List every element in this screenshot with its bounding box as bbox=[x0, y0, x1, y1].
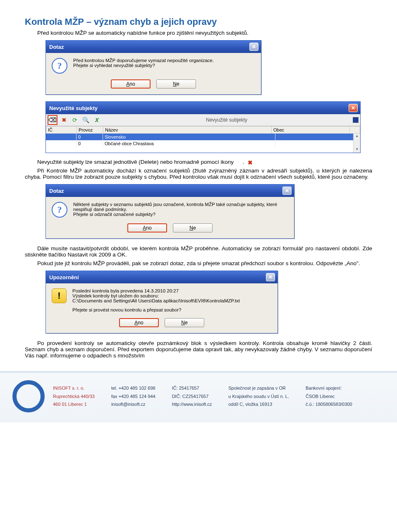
company-logo-icon bbox=[12, 380, 45, 412]
footer-ic: IČ: 25417657 bbox=[172, 384, 212, 393]
close-icon[interactable]: ✕ bbox=[266, 273, 275, 281]
control-paragraph: Při Kontrole MŽP automaticky dochází k o… bbox=[25, 168, 372, 180]
close-icon[interactable]: ✕ bbox=[282, 187, 292, 195]
dialog2-line1: Některé subjekty v seznamu subjektů jsou… bbox=[73, 202, 288, 212]
dialog2-line2: Přejete si odznačit označené subjekty? bbox=[73, 212, 288, 217]
already-paragraph: Pokud jste již kontrolu MŽP prováděli, p… bbox=[25, 260, 372, 266]
column-header-nazev[interactable]: Název bbox=[103, 126, 272, 134]
dialog2-title: Dotaz bbox=[49, 188, 64, 194]
delete-paragraph: Nevyužité subjekty lze smazat jednotlivě… bbox=[25, 159, 372, 165]
delete-all-icon[interactable]: ⌫ bbox=[48, 115, 57, 125]
column-header-ic[interactable]: IČ bbox=[46, 126, 77, 134]
footer-bank1: Bankovní spojení: bbox=[306, 384, 352, 393]
footer-company: INISOFT s. r. o. bbox=[53, 384, 95, 393]
no-button[interactable]: Ne bbox=[156, 79, 196, 89]
footer-dic: DIČ: CZ25417657 bbox=[172, 393, 212, 401]
scroll-down-icon[interactable]: ▾ bbox=[354, 147, 360, 153]
footer-bank2: ČSOB Liberec bbox=[306, 393, 352, 401]
footer-fax: fax +420 485 124 944 bbox=[111, 393, 155, 401]
no-button[interactable]: Ne bbox=[165, 318, 204, 327]
toolbar-title: Nevyužité subjekty bbox=[103, 117, 350, 123]
dialog3-line2: Výsledek kontroly byl uložen do souboru: bbox=[72, 293, 240, 298]
dialog3-line3: C:\Documents and Settings\All Users\Data… bbox=[72, 298, 240, 303]
no-button[interactable]: Ne bbox=[173, 223, 213, 232]
dialog-upozorneni: Upozornění ✕ Poslední kontrola byla prov… bbox=[45, 271, 278, 333]
dialog1-line1: Před kontrolou MŽP doporučujeme vymazat … bbox=[73, 58, 214, 63]
delete-x-icon: ✖ bbox=[235, 159, 241, 165]
table-row[interactable]: 0 Občané obce Chrastava bbox=[46, 140, 353, 147]
yes-button[interactable]: Ano bbox=[111, 79, 151, 89]
page-heading: Kontrola MŽP – význam chyb a jejich opra… bbox=[25, 17, 372, 27]
footer-tel: tel. +420 485 102 698 bbox=[111, 384, 155, 393]
column-header-provoz[interactable]: Provoz bbox=[77, 126, 103, 134]
refresh-icon[interactable]: ⟳ bbox=[71, 116, 79, 124]
window-nevyuzite-subjekty: Nevyužité subjekty ✕ ⌫ ✖ ⟳ 🔍 𝙓 Nevyužité… bbox=[45, 101, 361, 153]
yes-button[interactable]: Ano bbox=[127, 223, 167, 232]
footer-address2: 460 01 Liberec 1 bbox=[53, 400, 95, 409]
delete-icon[interactable]: ✖ bbox=[60, 116, 68, 124]
dialog3-line1: Poslední kontrola byla provedena 14.3.20… bbox=[72, 288, 240, 293]
footer-email: inisoft@inisoft.cz bbox=[111, 400, 155, 409]
subjects-window-title: Nevyužité subjekty bbox=[49, 105, 98, 111]
dialog3-line4: Přejete si provést novou kontrolu a přep… bbox=[72, 307, 240, 312]
column-header-obec[interactable]: Obec bbox=[272, 126, 350, 134]
dialog1-line2: Přejete si vyhledat nevyužité subjekty? bbox=[73, 63, 214, 68]
intro-paragraph: Před kontrolou MŽP se automaticky nabídn… bbox=[25, 30, 372, 36]
dialog-dotaz-2: Dotaz ✕ ? Některé subjekty v seznamu sub… bbox=[45, 184, 294, 239]
after-paragraph: Po provedení kontroly se automaticky ote… bbox=[25, 340, 372, 359]
close-icon[interactable]: ✕ bbox=[349, 104, 358, 112]
period-paragraph: Dále musíte nastavit/potvrdit období, ve… bbox=[25, 245, 372, 258]
warning-icon bbox=[52, 288, 67, 303]
dialog-dotaz-1: Dotaz ✕ ? Před kontrolou MŽP doporučujem… bbox=[45, 40, 261, 95]
save-icon[interactable] bbox=[353, 117, 359, 123]
footer-bank3: č.ú.: 1805806583/0300 bbox=[306, 400, 352, 409]
export-excel-icon[interactable]: 𝙓 bbox=[92, 116, 100, 124]
table-row bbox=[46, 147, 353, 153]
dialog3-title: Upozornění bbox=[49, 274, 79, 280]
footer-reg3: oddíl C, vložka 16913 bbox=[228, 400, 289, 409]
footer-reg2: u Krajského soudu v Ústí n. L. bbox=[228, 393, 289, 401]
close-icon[interactable]: ✕ bbox=[249, 43, 258, 51]
question-icon: ? bbox=[52, 202, 67, 218]
footer-reg1: Společnost je zapsána v OR bbox=[228, 384, 289, 393]
yes-button[interactable]: Ano bbox=[119, 318, 159, 327]
footer-web: http://www.inisoft.cz bbox=[172, 400, 212, 409]
dialog1-title: Dotaz bbox=[49, 44, 64, 50]
page-footer: INISOFT s. r. o. Ruprechtická 440/33 460… bbox=[0, 371, 397, 422]
scroll-up-icon[interactable]: ▴ bbox=[354, 134, 360, 139]
search-icon[interactable]: 🔍 bbox=[81, 116, 90, 124]
question-icon: ? bbox=[52, 58, 67, 74]
table-row[interactable]: 0 Slovensko bbox=[46, 134, 353, 140]
footer-address1: Ruprechtická 440/33 bbox=[53, 393, 95, 401]
